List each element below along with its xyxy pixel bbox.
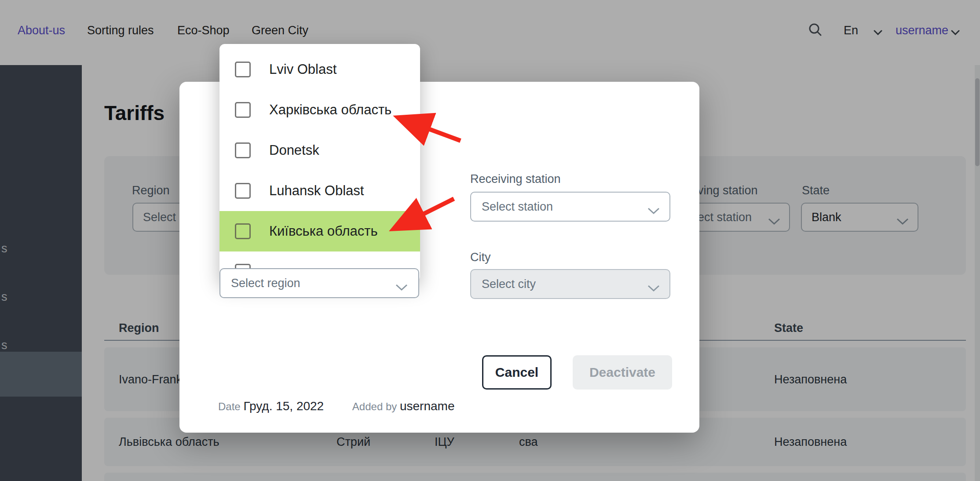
modal-station-label: Receiving station — [470, 172, 561, 186]
cancel-button[interactable]: Cancel — [482, 355, 552, 390]
region-option-label: Lviv Oblast — [269, 62, 336, 77]
region-dropdown-panel: Lviv Oblast Харківська область Donetsk L… — [219, 44, 420, 281]
region-option[interactable]: Luhansk Oblast — [219, 171, 420, 211]
modal-region-value: Select region — [231, 277, 300, 290]
deactivate-button[interactable]: Deactivate — [573, 355, 672, 390]
modal-city-value: Select city — [482, 277, 536, 291]
date-value: Груд. 15, 2022 — [243, 399, 324, 413]
date-label: Date — [218, 401, 241, 412]
modal-city-label: City — [470, 251, 491, 264]
modal-city-select[interactable]: Select city — [470, 269, 670, 299]
region-option-label: Luhansk Oblast — [269, 183, 364, 199]
chevron-down-icon — [395, 281, 408, 294]
chevron-down-icon — [647, 204, 660, 218]
chevron-down-icon — [647, 281, 660, 295]
modal-station-select[interactable]: Select station — [470, 192, 670, 222]
modal-station-value: Select station — [482, 200, 553, 214]
region-option-label: Donetsk — [269, 142, 319, 158]
region-option-highlighted[interactable]: Київська область — [219, 211, 420, 251]
region-option-label: Харківська область — [269, 102, 391, 118]
checkbox-icon[interactable] — [235, 62, 251, 77]
region-option[interactable]: Donetsk — [219, 130, 420, 171]
added-by-value: username — [400, 399, 455, 413]
modal-footer: Date Груд. 15, 2022 Added by username — [218, 399, 454, 413]
region-option[interactable]: Lviv Oblast — [219, 49, 420, 90]
region-option-label: Київська область — [269, 223, 378, 239]
checkbox-icon[interactable] — [235, 142, 251, 158]
app-root: About-us Sorting rules Eco-Shop Green Ci… — [0, 0, 980, 481]
checkbox-icon[interactable] — [235, 223, 251, 239]
region-option[interactable]: Харківська область — [219, 90, 420, 130]
modal-region-select[interactable]: Select region — [219, 268, 419, 298]
checkbox-icon[interactable] — [235, 102, 251, 118]
checkbox-icon[interactable] — [235, 183, 251, 199]
added-by-label: Added by — [352, 401, 397, 412]
